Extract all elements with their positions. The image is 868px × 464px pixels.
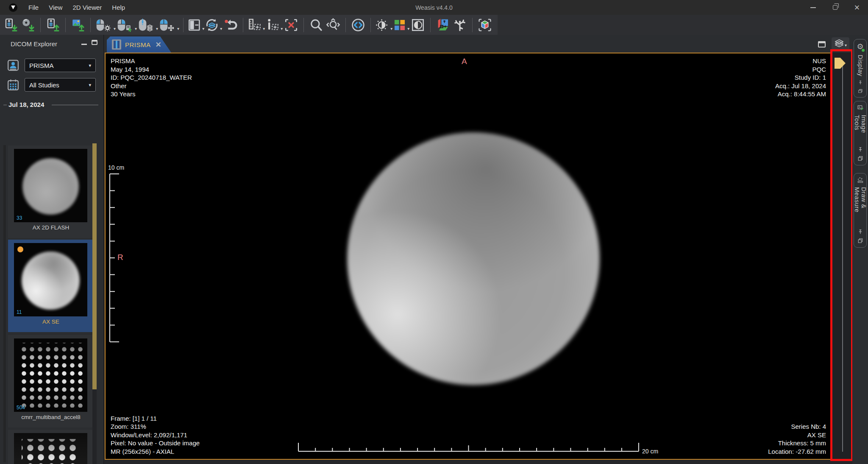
import-cd-icon xyxy=(21,18,35,32)
mpr-icon xyxy=(435,18,451,32)
toolbar-separator xyxy=(472,18,473,32)
tab-draw-measure[interactable]: Draw & Measure xyxy=(854,173,867,248)
synch-icon xyxy=(204,18,220,32)
tab-prisma[interactable]: PRISMA ✕ xyxy=(107,36,171,53)
restore-icon xyxy=(833,5,837,10)
frame-slider-track[interactable] xyxy=(842,64,843,452)
toolbar-separator xyxy=(40,18,41,32)
pin-icon[interactable] xyxy=(857,81,863,84)
dicom-metadata-button[interactable] xyxy=(350,17,367,34)
export-dicom-button[interactable] xyxy=(45,17,61,34)
tab-display-label: Display xyxy=(857,55,864,76)
mouse-pan-button[interactable]: ▾ xyxy=(158,17,179,34)
skeleton-tool-button[interactable] xyxy=(451,17,468,34)
import-dicom-icon xyxy=(4,18,18,32)
menu-view[interactable]: View xyxy=(45,3,67,12)
series-thumbnail[interactable]: 33 AX 2D FLASH xyxy=(8,145,94,238)
series-instance-count: 504 xyxy=(17,405,25,411)
synch-button[interactable]: ▾ xyxy=(204,17,222,34)
tab-close-icon[interactable]: ✕ xyxy=(156,40,161,49)
patient-select-value: PRISMA xyxy=(29,62,54,69)
volume-3d-icon xyxy=(477,18,492,32)
series-thumbnail-image: 33 xyxy=(14,149,87,222)
import-dicom-button[interactable] xyxy=(3,17,19,34)
annotation-button[interactable]: ▾ xyxy=(265,17,283,34)
layout-button[interactable]: ▾ xyxy=(187,17,204,34)
window-level-button[interactable]: ▾ xyxy=(375,17,392,34)
toolbar-separator xyxy=(243,18,243,32)
patient-selector-row: PRISMA ▾ xyxy=(7,59,103,72)
menu-help[interactable]: Help xyxy=(108,3,129,12)
invert-lut-button[interactable] xyxy=(409,17,426,34)
vertical-scale-ruler: 10 cm xyxy=(106,165,136,347)
pan-zoom-button[interactable] xyxy=(325,17,342,34)
measure-button[interactable]: ▾ xyxy=(247,17,265,34)
mouse-middle-series-scroll-button[interactable]: ▾ xyxy=(137,17,158,34)
mouse-left-window-level-button[interactable]: ▾ xyxy=(95,17,116,34)
tab-image-tools[interactable]: Image Tools xyxy=(854,101,867,165)
series-thumbnail[interactable]: 504 cmrr_multiband_accel8 xyxy=(8,335,94,428)
overlay-study-info: NUS PQC Study ID: 1 Acq.: Jul 18, 2024 A… xyxy=(775,57,826,98)
series-thumbnail-selected[interactable]: 11 AX SE xyxy=(8,240,94,332)
close-icon: × xyxy=(854,3,860,12)
horizontal-ruler-label: 20 cm xyxy=(642,448,658,455)
mpr-button[interactable] xyxy=(434,17,451,34)
title-bar: File View 2D Viewer Help Weasis v4.4.0 × xyxy=(0,0,868,15)
dicom-explorer-panel: DICOM Explorer PRISMA ▾ xyxy=(0,35,104,464)
restore-button[interactable] xyxy=(824,0,846,15)
series-thumbnail[interactable] xyxy=(8,430,94,464)
mouse-middle-button-icon xyxy=(137,18,156,32)
minimize-icon xyxy=(810,7,816,8)
explorer-scrollbar[interactable] xyxy=(92,143,97,464)
window-level-icon xyxy=(375,18,390,32)
study-select[interactable]: All Studies ▾ xyxy=(25,78,96,92)
minimize-button[interactable] xyxy=(802,0,824,15)
series-instance-count: 33 xyxy=(17,215,22,221)
pin-icon[interactable] xyxy=(857,229,863,234)
explorer-scrollbar-thumb[interactable] xyxy=(92,143,97,389)
detach-window-icon[interactable] xyxy=(857,156,863,161)
lut-button[interactable]: ▾ xyxy=(392,17,409,34)
toolbar-separator xyxy=(183,18,184,32)
chevron-down-icon: ▾ xyxy=(89,82,91,88)
import-cd-button[interactable] xyxy=(19,17,36,34)
zoom-button[interactable] xyxy=(308,17,325,34)
menu-file[interactable]: File xyxy=(24,3,43,12)
tab-display[interactable]: ⚙ Display xyxy=(854,39,867,98)
import-image-button[interactable] xyxy=(70,17,86,34)
patient-select[interactable]: PRISMA ▾ xyxy=(25,59,96,72)
panel-minimize-icon[interactable] xyxy=(81,44,87,45)
mouse-right-context-button[interactable]: ▾ xyxy=(116,17,137,34)
open-in-viewer-dot xyxy=(17,246,23,252)
series-label: cmrr_multiband_accel8 xyxy=(8,414,94,420)
series-thumbnail-image: 11 xyxy=(14,243,87,316)
panel-detach-icon[interactable] xyxy=(92,40,97,45)
menu-2d-viewer[interactable]: 2D Viewer xyxy=(68,3,106,12)
study-date-label: Jul 18, 2024 xyxy=(8,101,44,108)
detach-window-icon[interactable] xyxy=(857,89,863,93)
toolbar-separator xyxy=(90,18,91,32)
frame-slider-handle[interactable] xyxy=(835,58,846,69)
draw-measure-icon xyxy=(857,177,864,183)
dicom-explorer-title: DICOM Explorer xyxy=(11,40,57,48)
series-layout-button[interactable]: ▾ xyxy=(832,37,849,51)
layers-icon xyxy=(834,39,844,48)
tab-draw-measure-label: Draw & Measure xyxy=(854,187,867,225)
volume-3d-button[interactable] xyxy=(476,17,493,34)
dropdown-arrow-icon: ▾ xyxy=(177,26,179,34)
pin-icon[interactable] xyxy=(857,147,863,152)
overlay-frame-info: Frame: [1] 1 / 11 Zoom: 311% Window/Leve… xyxy=(111,414,200,456)
series-label: AX SE xyxy=(8,319,94,325)
calendar-icon xyxy=(7,78,19,91)
detach-window-icon[interactable] xyxy=(857,238,863,243)
delete-measurement-button[interactable] xyxy=(283,17,300,34)
close-button[interactable]: × xyxy=(846,0,868,15)
dicom-viewport[interactable]: PRISMA May 14, 1994 ID: PQC_20240718_WAT… xyxy=(105,53,832,460)
reset-button[interactable] xyxy=(222,17,239,34)
menu-bar: File View 2D Viewer Help xyxy=(24,3,129,12)
frame-slider[interactable] xyxy=(832,53,852,460)
delete-measurement-icon xyxy=(284,18,298,32)
study-selector-row: All Studies ▾ xyxy=(7,78,103,92)
chevron-down-icon: ▾ xyxy=(89,63,91,68)
tile-windows-icon[interactable] xyxy=(818,41,826,48)
